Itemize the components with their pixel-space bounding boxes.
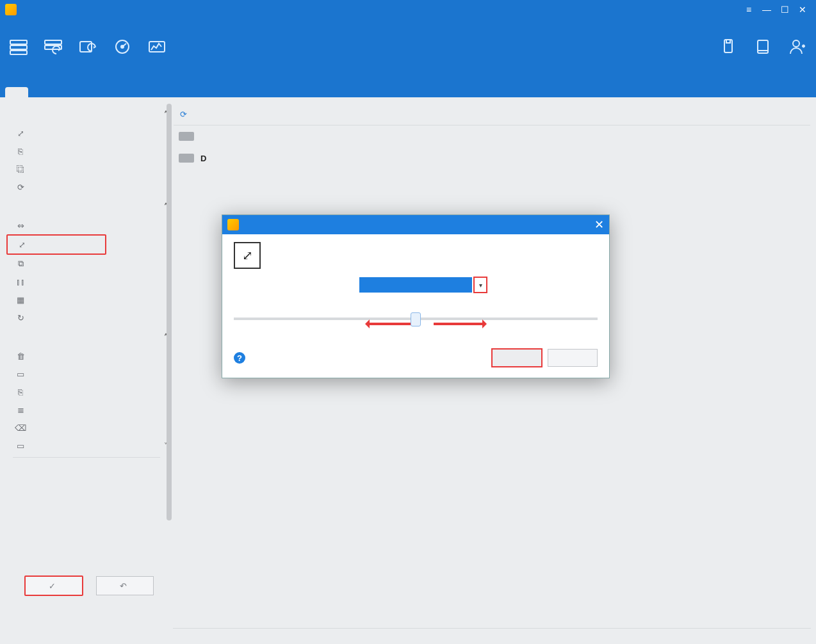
- sidebar-convert-ntfs-fat[interactable]: ↻: [6, 309, 173, 326]
- extend-partition-dialog: ✕ ⤢ ▾: [222, 214, 610, 378]
- disk-map: [173, 628, 811, 639]
- convert-icon: ↻: [15, 312, 26, 323]
- sidebar-partition-recovery-wizard[interactable]: ⟳: [6, 178, 173, 196]
- copy-part-icon: ⎘: [15, 146, 26, 156]
- ok-button[interactable]: [491, 348, 543, 367]
- data-recovery-icon: [44, 37, 63, 56]
- label-icon: ▭: [15, 440, 26, 451]
- svg-rect-10: [726, 40, 730, 43]
- sidebar-align-partition[interactable]: ≣: [6, 401, 173, 419]
- svg-rect-3: [45, 40, 61, 44]
- toolbar-register[interactable]: [780, 32, 815, 64]
- wipe-icon: ⌫: [15, 423, 26, 433]
- disk-icon: [179, 132, 194, 141]
- cancel-button[interactable]: [548, 349, 598, 367]
- sidebar-format-partition[interactable]: ▭: [6, 365, 173, 383]
- app-logo: [5, 4, 17, 15]
- sidebar-delete-partition[interactable]: 🗑: [6, 347, 173, 365]
- disk1-header[interactable]: [174, 125, 810, 147]
- cluster-icon: ▦: [15, 294, 26, 305]
- svg-point-7: [121, 45, 124, 48]
- merge-icon: ⧉: [15, 259, 26, 269]
- svg-point-12: [793, 40, 799, 47]
- svg-rect-9: [724, 40, 732, 52]
- menu-icon[interactable]: ≡: [740, 3, 757, 16]
- tab-partition-management[interactable]: [5, 87, 28, 97]
- sidebar-copy-partition-wizard[interactable]: ⎘: [6, 142, 173, 160]
- svg-rect-2: [10, 51, 27, 54]
- refresh-icon[interactable]: ⟳: [174, 109, 193, 119]
- sidebar: ˄ ⤢ ⎘ ⿻ ⟳ ˄ ⇔ ⤢ ⧉ ⫿⫿ ▦ ↻ ˄ 🗑 ▭ ⎘ ≣ ⌫ ▭˅: [0, 97, 173, 644]
- delete-icon: 🗑: [15, 351, 26, 361]
- sidebar-change-cluster[interactable]: ▦: [6, 291, 173, 309]
- extend-icon: ⤢: [17, 239, 27, 250]
- minimize-button[interactable]: —: [758, 3, 775, 16]
- sidebar-migrate-os[interactable]: ⤢: [6, 124, 173, 142]
- disk2-header[interactable]: D: [174, 147, 810, 169]
- copy-icon: ⎘: [15, 387, 26, 397]
- combo-dropdown-button[interactable]: ▾: [473, 277, 487, 293]
- svg-rect-1: [10, 45, 27, 49]
- svg-rect-0: [10, 40, 27, 44]
- close-button[interactable]: ✕: [794, 3, 811, 16]
- align-icon: ≣: [15, 405, 26, 415]
- sidebar-split-partition[interactable]: ⫿⫿: [6, 273, 173, 291]
- sidebar-copy-disk-wizard[interactable]: ⿻: [6, 160, 173, 178]
- dialog-close-button[interactable]: ✕: [594, 218, 604, 232]
- pending-ops: [6, 458, 173, 471]
- toolbar-data-recovery[interactable]: [36, 32, 70, 64]
- combo-value: [359, 277, 472, 293]
- recovery-icon: ⟳: [15, 182, 26, 192]
- sidebar-merge-partition[interactable]: ⧉: [6, 255, 173, 273]
- section-change-partition[interactable]: ˄: [6, 196, 173, 216]
- sidebar-set-label[interactable]: ▭˅: [6, 437, 173, 455]
- slider-handle[interactable]: [411, 312, 421, 326]
- partition-recovery-icon: [78, 37, 97, 56]
- extend-dialog-icon: ⤢: [234, 242, 261, 269]
- space-analyzer-icon: [147, 37, 167, 56]
- sidebar-copy-partition[interactable]: ⎘: [6, 383, 173, 401]
- toolbar-space-analyzer[interactable]: [140, 32, 174, 64]
- maximize-button[interactable]: ☐: [776, 3, 793, 16]
- sidebar-wipe-partition[interactable]: ⌫: [6, 419, 173, 437]
- size-slider[interactable]: [234, 312, 598, 335]
- resize-icon: ⇔: [15, 220, 26, 230]
- section-wizard[interactable]: ˄: [6, 104, 173, 124]
- toolbar-partition-recovery[interactable]: [70, 32, 105, 64]
- dialog-logo: [227, 219, 239, 230]
- section-partition-management[interactable]: ˄: [6, 326, 173, 347]
- sidebar-scrollbar[interactable]: [167, 104, 172, 638]
- bootable-media-icon: [719, 37, 738, 56]
- format-icon: ▭: [15, 369, 26, 379]
- apply-button[interactable]: ✓: [24, 576, 83, 596]
- copy-disk-icon: ⿻: [15, 164, 26, 174]
- take-free-space-combo[interactable]: ▾: [359, 277, 487, 293]
- toolbar-bootable-media[interactable]: [711, 32, 746, 64]
- sidebar-move-resize[interactable]: ⇔: [6, 216, 173, 234]
- undo-button[interactable]: ↶: [96, 576, 154, 595]
- disk-benchmark-icon: [113, 37, 132, 56]
- toolbar-data-backup[interactable]: [1, 32, 36, 64]
- manual-icon: [753, 37, 772, 56]
- main-toolbar: [0, 19, 816, 77]
- arrow-right-icon: [434, 323, 484, 325]
- migrate-icon: ⤢: [15, 128, 26, 138]
- register-icon: [788, 37, 807, 56]
- disk-icon: [179, 154, 194, 163]
- split-icon: ⫿⫿: [15, 277, 26, 287]
- toolbar-manual[interactable]: [746, 32, 780, 64]
- toolbar-disk-benchmark[interactable]: [105, 32, 140, 64]
- help-icon[interactable]: ?: [234, 352, 245, 364]
- sidebar-extend-partition[interactable]: ⤢: [6, 234, 106, 255]
- data-backup-icon: [9, 37, 28, 56]
